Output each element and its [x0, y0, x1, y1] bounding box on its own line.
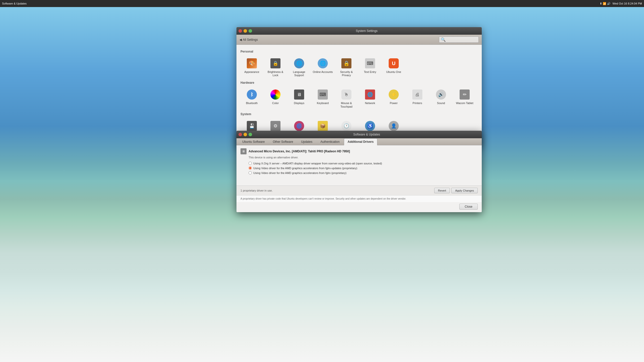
tab-ubuntu-software[interactable]: Ubuntu Software: [238, 138, 268, 145]
network-label: Network: [365, 102, 375, 105]
driver-label-fglrx-updates: Using Video driver for the AMD graphics …: [253, 167, 357, 170]
settings-item-brightness-lock[interactable]: 🔒 Brightness & Lock: [264, 55, 287, 79]
sw-updates-minimize-btn[interactable]: [244, 133, 247, 136]
mouse-touchpad-label: Mouse & Touchpad: [336, 102, 357, 108]
driver-footer: 1 proprietary driver in use. Revert Appl…: [236, 186, 482, 195]
sw-updates-titlebar: Software & Updates: [236, 131, 482, 138]
displays-label: Displays: [294, 102, 304, 105]
driver-option-xorg: Using X.Org X server – AMD/ATI display d…: [249, 161, 478, 166]
wacom-tablet-icon: ✏: [459, 88, 471, 101]
settings-item-network[interactable]: 🌐 Network: [359, 86, 381, 110]
apply-changes-button[interactable]: Apply Changes: [451, 188, 478, 193]
displays-icon: 🖥: [293, 88, 305, 101]
settings-close-btn[interactable]: [238, 29, 242, 33]
bluetooth-label: Bluetooth: [246, 102, 258, 105]
settings-item-language-support[interactable]: 🌐 Language Support: [288, 55, 310, 79]
driver-option-fglrx: Using Video driver for the AMD graphics …: [249, 170, 478, 175]
tab-updates[interactable]: Updates: [297, 138, 316, 145]
printers-label: Printers: [413, 102, 422, 105]
software-updates-icon: 📦: [317, 120, 329, 132]
brightness-lock-label: Brightness & Lock: [265, 70, 286, 77]
printers-icon: 🖨: [411, 88, 423, 101]
color-label: Color: [272, 102, 279, 105]
time-date-icon: 🕐: [340, 120, 352, 132]
settings-item-sound[interactable]: 🔊 Sound: [430, 86, 452, 110]
settings-minimize-btn[interactable]: [244, 29, 247, 33]
user-accounts-icon: 👤: [388, 120, 400, 132]
sw-updates-close-btn[interactable]: [238, 133, 242, 136]
driver-status-text: 1 proprietary driver in use.: [240, 189, 273, 192]
taskbar: Software & Updates ⬆ 📶 🔊 Wed Oct 16 8:24…: [0, 0, 644, 7]
settings-item-keyboard[interactable]: ⌨ Keyboard: [311, 86, 334, 110]
bluetooth-icon: ᛒ: [246, 88, 258, 101]
sw-updates-maximize-btn[interactable]: [249, 133, 252, 136]
sw-updates-window-title: Software & Updates: [254, 133, 480, 136]
taskbar-app-title: Software & Updates: [2, 2, 27, 5]
tabs-bar: Ubuntu Software Other Software Updates A…: [236, 138, 482, 145]
online-accounts-label: Online Accounts: [313, 70, 333, 74]
hardware-grid: ᛒ Bluetooth Color 🖥 Displays: [240, 86, 478, 110]
security-privacy-label: Security & Privacy: [336, 70, 357, 77]
settings-item-security-privacy[interactable]: 🔒 Security & Privacy: [335, 55, 358, 79]
search-icon: 🔍: [441, 37, 446, 42]
settings-item-wacom-tablet[interactable]: ✏ Wacom Tablet: [453, 86, 476, 110]
software-updates-window: Software & Updates Ubuntu Software Other…: [236, 131, 482, 212]
details-icon: ⚙: [269, 120, 281, 132]
brightness-lock-icon: 🔒: [269, 57, 281, 69]
settings-maximize-btn[interactable]: [249, 29, 252, 33]
system-settings-window: System Settings ◀ All Settings 🔍 Persona…: [236, 27, 482, 147]
appearance-label: Appearance: [244, 70, 259, 74]
tab-other-software[interactable]: Other Software: [269, 138, 297, 145]
personal-grid: 🎨 Appearance 🔒 Brightness & Lock 🌐: [240, 55, 478, 79]
tab-additional-drivers[interactable]: Additional Drivers: [344, 138, 377, 145]
keyboard-icon: ⌨: [317, 88, 329, 101]
taskbar-time: Wed Oct 16 8:24:04 PM: [613, 2, 642, 5]
sound-icon: 🔊: [435, 88, 447, 101]
hardware-section-header: Hardware: [240, 81, 478, 84]
appearance-icon: 🎨: [246, 57, 258, 69]
search-input[interactable]: [447, 38, 477, 41]
settings-item-online-accounts[interactable]: 🌐 Online Accounts: [311, 55, 334, 79]
settings-item-bluetooth[interactable]: ᛒ Bluetooth: [240, 86, 263, 110]
tab-authentication[interactable]: Authentication: [317, 138, 343, 145]
all-settings-button[interactable]: ◀ All Settings: [239, 38, 258, 41]
settings-item-displays[interactable]: 🖥 Displays: [288, 86, 310, 110]
settings-window-title: System Settings: [254, 29, 480, 33]
driver-radio-fglrx-updates[interactable]: [249, 166, 252, 170]
settings-item-printers[interactable]: 🖨 Printers: [406, 86, 429, 110]
all-settings-label: All Settings: [243, 38, 258, 41]
sound-label: Sound: [437, 102, 445, 105]
backup-icon: 💾: [246, 120, 258, 132]
footer-buttons: Revert Apply Changes: [434, 188, 478, 193]
driver-label-xorg: Using X.Org X server – AMD/ATI display d…: [253, 162, 382, 165]
text-entry-icon: ⌨: [364, 57, 376, 69]
ubuntu-one-icon: U: [388, 57, 400, 69]
taskbar-left: Software & Updates: [2, 2, 27, 5]
driver-option-fglrx-updates: Using Video driver for the AMD graphics …: [249, 166, 478, 170]
settings-item-mouse-touchpad[interactable]: 🖱 Mouse & Touchpad: [335, 86, 358, 110]
settings-item-power[interactable]: ⚡ Power: [382, 86, 405, 110]
revert-button[interactable]: Revert: [434, 188, 450, 193]
system-section-header: System: [240, 112, 478, 116]
driver-label-fglrx: Using Video driver for the AMD graphics …: [253, 171, 346, 174]
taskbar-icons: ⬆ 📶 🔊: [600, 2, 611, 5]
driver-radio-xorg[interactable]: [249, 162, 252, 165]
driver-radio-fglrx[interactable]: [249, 171, 252, 174]
settings-item-ubuntu-one[interactable]: U Ubuntu One: [382, 55, 405, 79]
close-btn-row: Close: [236, 202, 482, 212]
personal-section-header: Personal: [240, 50, 478, 53]
language-support-icon: 🌐: [293, 57, 305, 69]
universal-access-icon: ♿: [364, 120, 376, 132]
text-entry-label: Text Entry: [364, 70, 376, 74]
settings-item-appearance[interactable]: 🎨 Appearance: [240, 55, 263, 79]
wacom-tablet-label: Wacom Tablet: [456, 102, 473, 105]
settings-header: ◀ All Settings 🔍: [236, 35, 482, 45]
driver-device-desc: This device is using an alternative driv…: [249, 156, 478, 159]
driver-warning: A proprietary driver has private code th…: [236, 195, 482, 202]
dialog-close-button[interactable]: Close: [459, 204, 478, 210]
power-icon: ⚡: [388, 88, 400, 101]
ubuntu-one-label: Ubuntu One: [386, 70, 401, 74]
settings-item-text-entry[interactable]: ⌨ Text Entry: [359, 55, 381, 79]
search-box[interactable]: 🔍: [439, 36, 479, 43]
settings-item-color[interactable]: Color: [264, 86, 287, 110]
